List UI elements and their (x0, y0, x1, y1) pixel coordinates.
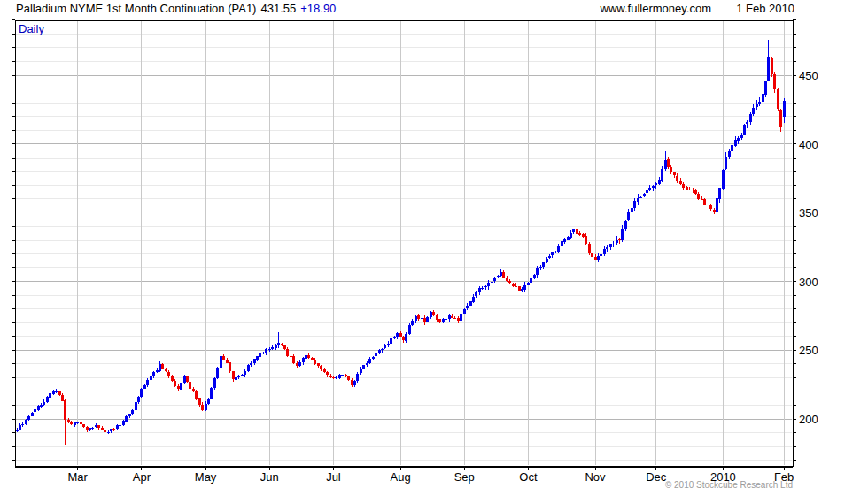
y-axis-labels: 450400350300250200 (799, 69, 818, 426)
candle-body (76, 422, 79, 423)
candle-body (353, 381, 356, 385)
candle-body (487, 283, 490, 286)
candle-body (491, 282, 493, 283)
candle-body (67, 420, 70, 422)
candle-body (265, 349, 267, 353)
candle-body (165, 369, 167, 371)
candle-body (554, 252, 557, 252)
candle-body (451, 316, 453, 318)
candle-body (542, 262, 545, 267)
candle-body (731, 145, 733, 151)
candle-body (582, 234, 585, 236)
candle-body (664, 160, 667, 170)
candle-body (469, 301, 472, 306)
candlestick-chart[interactable]: 450400350300250200MarAprMayJunJulAugSepO… (0, 0, 868, 496)
candle-body (143, 385, 146, 389)
candle-body (621, 229, 624, 240)
candle-body (307, 355, 310, 358)
candle-body (546, 259, 548, 262)
website-link[interactable]: www.fullermoney.com (601, 2, 711, 15)
candle-body (201, 405, 204, 410)
x-axis-label: Jun (260, 470, 279, 484)
candle-body (570, 233, 572, 238)
candle-body (46, 397, 49, 401)
candle-body (713, 210, 716, 212)
x-axis-label: Mar (68, 470, 89, 484)
candle-body (281, 344, 283, 345)
candle-body (95, 425, 97, 427)
candle-body (338, 375, 341, 378)
candle-body (302, 358, 305, 362)
candle-body (387, 344, 390, 345)
candle-body (286, 349, 289, 356)
candle-body (213, 378, 216, 388)
candle-body (329, 376, 332, 377)
candle-body (186, 376, 189, 382)
candle-body (567, 237, 570, 239)
candle-body (694, 190, 697, 194)
candle-body (676, 176, 678, 181)
candle-body (442, 319, 445, 322)
y-axis-label: 350 (799, 206, 818, 220)
candle-body (220, 356, 222, 368)
candle-body (743, 125, 746, 134)
candle-body (475, 292, 477, 296)
candle-body (290, 356, 292, 357)
candle-body (375, 353, 377, 357)
candle-body (646, 190, 648, 193)
candle-body (268, 349, 271, 350)
candle-body (21, 424, 24, 425)
candle-body (345, 375, 347, 376)
month-gridlines (78, 21, 784, 465)
candle-body (241, 375, 244, 376)
candle-body (390, 338, 392, 344)
candle-body (253, 359, 256, 362)
candle-body (518, 286, 521, 291)
candle-body (658, 180, 661, 183)
candle-body (210, 388, 213, 399)
candle-body (368, 359, 371, 363)
candle-body (116, 425, 119, 429)
candle-body (572, 229, 575, 232)
candle-body (43, 402, 45, 405)
candle-body (229, 362, 231, 371)
candle-body (472, 297, 475, 302)
candle-body (466, 306, 469, 308)
candle-body (86, 427, 89, 430)
candle-body (381, 349, 384, 351)
candle-body (533, 275, 536, 278)
candle-body (527, 283, 530, 285)
candle-body (183, 376, 186, 383)
candle-body (402, 337, 405, 340)
candle-body (734, 140, 737, 146)
candle-body (637, 198, 639, 201)
y-axis-label: 250 (799, 344, 818, 357)
y-axis-label: 200 (799, 413, 818, 426)
candle-body (122, 421, 125, 425)
candle-body (561, 241, 563, 246)
candle-body (235, 377, 237, 380)
candle-body (618, 239, 621, 240)
y-axis-label: 400 (799, 138, 818, 151)
candle-body (432, 312, 435, 315)
candle-body (752, 108, 755, 114)
candle-body (478, 288, 481, 292)
candle-body (588, 244, 591, 253)
candle-body (107, 432, 110, 433)
candle-body (112, 429, 115, 430)
y-axis-label: 450 (799, 69, 818, 82)
candle-body (205, 404, 207, 410)
candle-body (125, 416, 128, 422)
candle-body (393, 337, 396, 338)
candle-body (530, 278, 532, 283)
candle-body (576, 229, 578, 233)
candle-body (417, 315, 420, 319)
candle-body (578, 233, 581, 235)
candle-body (563, 239, 566, 242)
candle-body (746, 122, 748, 125)
candle-body (408, 325, 411, 334)
candle-body (360, 369, 362, 374)
candle-body (152, 372, 155, 377)
candle-body (362, 365, 365, 368)
x-axis-label: May (195, 470, 217, 484)
